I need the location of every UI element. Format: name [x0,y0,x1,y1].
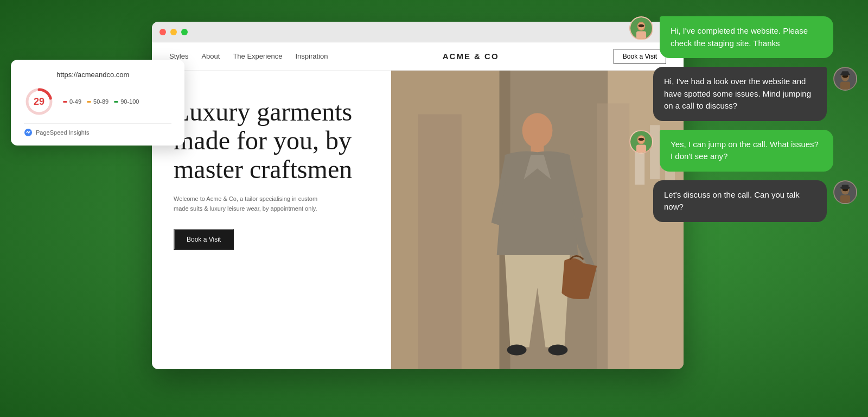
avatar-person2-1 [833,67,857,91]
person1-avatar-icon [630,16,652,40]
website-hero: Luxury garments made for you, by master … [152,71,684,369]
svg-rect-25 [842,71,849,74]
svg-point-12 [548,345,567,356]
nav-links: Styles About The Experience Inspiration [169,52,328,60]
svg-rect-7 [418,114,462,369]
score-legend: 0-49 50-89 90-100 [63,98,139,105]
person2-avatar-icon-2 [834,180,856,204]
hero-text-area: Luxury garments made for you, by master … [152,71,391,369]
chat-message-1: Hi, I've completed the website. Please c… [629,16,857,58]
pagespeed-label: PageSpeed Insights [36,129,89,136]
chat-message-3: Yes, I can jump on the call. What issues… [629,130,857,172]
chat-bubble-text-2: Hi, I've had a look over the website and… [653,67,827,121]
hero-book-visit-button[interactable]: Book a Visit [174,229,234,250]
svg-rect-19 [636,31,646,39]
nav-link-about[interactable]: About [201,52,220,60]
legend-item-low: 0-49 [63,98,81,105]
legend-dot-red [63,101,67,103]
svg-point-31 [639,137,644,140]
nav-link-experience[interactable]: The Experience [233,52,282,60]
nav-link-inspiration[interactable]: Inspiration [295,52,328,60]
hero-subtext: Welcome to Acme & Co, a tailor specialis… [174,194,326,213]
legend-item-high: 90-100 [114,98,139,105]
nav-link-styles[interactable]: Styles [169,52,188,60]
svg-rect-8 [597,103,629,369]
website-nav: Styles About The Experience Inspiration … [152,42,684,71]
pagespeed-score-row: 29 0-49 50-89 90-100 [24,86,171,117]
chat-bubble-text-3: Yes, I can jump on the call. What issues… [660,130,833,172]
svg-rect-37 [840,195,850,203]
hero-headline: Luxury garments made for you, by master … [174,98,369,184]
score-number: 29 [34,96,44,108]
svg-rect-30 [636,144,646,153]
score-circle: 29 [24,86,54,117]
legend-item-mid: 50-89 [87,98,108,105]
chat-area: Hi, I've completed the website. Please c… [629,16,857,222]
nav-brand: ACME & CO [328,52,613,61]
browser-window: Styles About The Experience Inspiration … [152,22,684,369]
pagespeed-footer: PageSpeed Insights [24,123,171,137]
legend-dot-green [114,101,118,103]
avatar-person1-1 [629,16,653,40]
pagespeed-card: https://acmeandco.com 29 0-49 50-89 90-1… [11,60,184,146]
legend-label-low: 0-49 [69,98,81,105]
browser-chrome [152,22,684,42]
chat-bubble-text-4: Let's discuss on the call. Can you talk … [653,180,827,222]
legend-label-high: 90-100 [120,98,139,105]
svg-point-20 [639,24,644,27]
person1-avatar-icon-2 [630,130,652,154]
svg-rect-26 [840,81,850,90]
chat-message-4: Let's discuss on the call. Can you talk … [629,180,857,222]
svg-point-11 [507,345,527,356]
pagespeed-logo-icon [24,128,33,137]
traffic-light-yellow[interactable] [170,29,177,35]
avatar-person2-2 [833,180,857,204]
avatar-person1-2 [629,130,653,154]
legend-dot-yellow [87,101,91,103]
traffic-light-red[interactable] [159,29,166,35]
chat-message-2: Hi, I've had a look over the website and… [629,67,857,121]
svg-rect-36 [842,185,849,188]
person2-avatar-icon [834,67,856,91]
legend-label-mid: 50-89 [93,98,108,105]
pagespeed-url: https://acmeandco.com [56,71,171,79]
chat-bubble-text-1: Hi, I've completed the website. Please c… [660,16,833,58]
svg-point-9 [522,113,553,148]
traffic-light-green[interactable] [181,29,188,35]
